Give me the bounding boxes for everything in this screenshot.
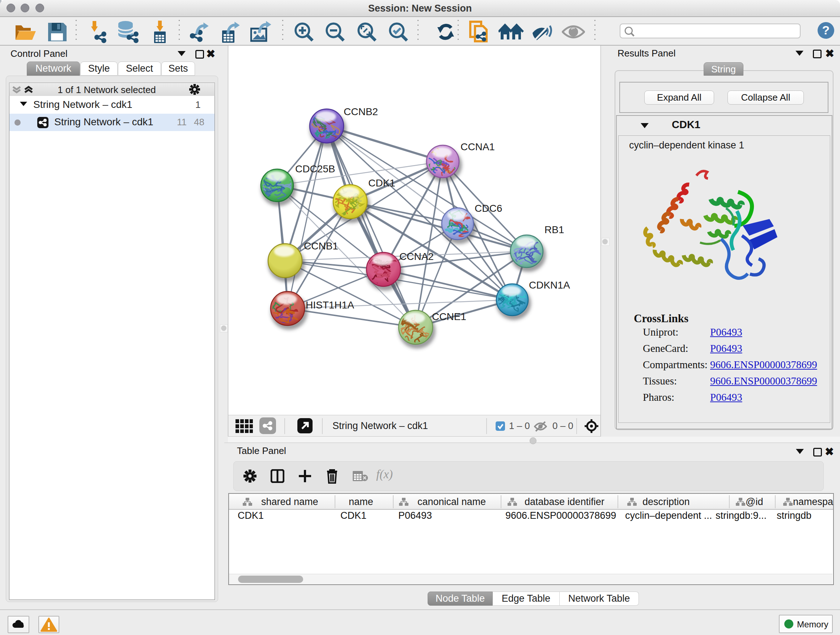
svg-text:CDC6: CDC6 bbox=[475, 203, 502, 214]
svg-text:CCNB2: CCNB2 bbox=[344, 106, 378, 117]
svg-text:?: ? bbox=[822, 23, 830, 37]
svg-text:CDKN1A: CDKN1A bbox=[529, 279, 570, 291]
svg-text:CCNE1: CCNE1 bbox=[432, 311, 466, 322]
svg-text:CCNB1: CCNB1 bbox=[304, 241, 338, 252]
svg-text:RB1: RB1 bbox=[545, 224, 564, 235]
svg-text:HIST1H1A: HIST1H1A bbox=[306, 299, 354, 310]
svg-text:CCNA1: CCNA1 bbox=[461, 141, 495, 152]
svg-text:CCNA2: CCNA2 bbox=[399, 251, 434, 262]
svg-text:CDC25B: CDC25B bbox=[295, 163, 335, 174]
svg-text:CDK1: CDK1 bbox=[368, 177, 395, 188]
